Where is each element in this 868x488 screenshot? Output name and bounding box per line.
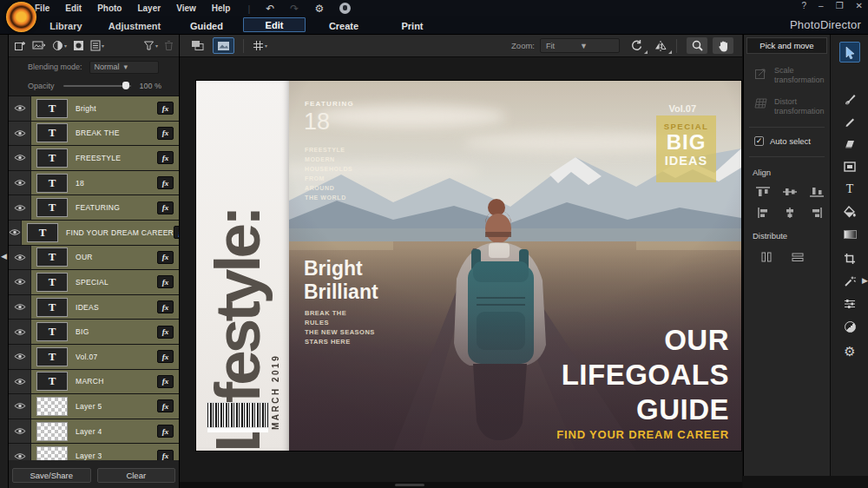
browser-view-icon[interactable]	[187, 37, 208, 54]
crop-tool[interactable]	[831, 248, 868, 269]
tab-guided[interactable]: Guided	[184, 16, 229, 35]
scrollbar-thumb[interactable]	[395, 484, 424, 486]
menu-file[interactable]: File	[35, 3, 49, 13]
layer-visibility-toggle[interactable]	[9, 419, 31, 444]
layer-row[interactable]: T FEATURING fx	[9, 195, 179, 221]
magazine-cover[interactable]: Lifestyle: MARCH 2019	[196, 81, 741, 451]
gradient-tool[interactable]	[831, 224, 868, 245]
layer-visibility-toggle[interactable]	[9, 320, 31, 344]
layer-row[interactable]: T FIND YOUR DREAM CAREER fx	[9, 221, 179, 246]
zoom-tool-icon[interactable]	[687, 37, 707, 54]
layer-list-icon[interactable]: ▾	[90, 40, 104, 51]
add-layer-icon[interactable]	[14, 40, 26, 52]
layer-visibility-toggle[interactable]	[9, 195, 31, 220]
help-button[interactable]: ?	[802, 2, 807, 10]
auto-select-checkbox[interactable]: ✓	[754, 136, 764, 146]
layer-fx-button[interactable]: fx	[174, 226, 179, 239]
menu-photo[interactable]: Photo	[97, 3, 122, 13]
layer-visibility-toggle[interactable]	[9, 394, 31, 419]
horizontal-scrollbar[interactable]	[180, 482, 742, 488]
layer-visibility-toggle[interactable]	[9, 171, 31, 195]
layer-fx-button[interactable]: fx	[157, 102, 174, 115]
menu-edit[interactable]: Edit	[65, 3, 82, 13]
layer-row[interactable]: T BIG fx	[9, 320, 179, 345]
tab-create[interactable]: Create	[323, 16, 365, 35]
pen-tool[interactable]	[831, 111, 868, 132]
layer-visibility-toggle[interactable]	[9, 270, 31, 294]
tab-adjustment[interactable]: Adjustment	[97, 16, 172, 35]
filter-layers-icon[interactable]: ▾	[143, 40, 158, 51]
clear-button[interactable]: Clear	[97, 468, 176, 483]
layer-row[interactable]: T Vol.07 fx	[9, 345, 179, 370]
layer-fx-button[interactable]: fx	[157, 326, 174, 339]
restore-button[interactable]: ❐	[836, 2, 844, 10]
notification-icon[interactable]	[339, 3, 351, 14]
zoom-dropdown[interactable]: Fit ▼	[540, 38, 620, 53]
tab-edit[interactable]: Edit	[243, 17, 306, 32]
align-bottom-icon[interactable]	[806, 184, 827, 200]
import-image-icon[interactable]	[32, 40, 46, 51]
collapse-right-panel-icon[interactable]: ▶	[862, 276, 868, 285]
layer-row[interactable]: Layer 5 fx	[9, 394, 179, 419]
layer-visibility-toggle[interactable]	[9, 122, 31, 146]
layer-visibility-toggle[interactable]	[9, 96, 31, 121]
layer-fx-button[interactable]: fx	[157, 399, 174, 412]
tab-print[interactable]: Print	[392, 16, 432, 35]
layer-row[interactable]: T BREAK THE fx	[9, 122, 179, 147]
eraser-tool[interactable]	[831, 134, 868, 155]
layer-visibility-toggle[interactable]	[9, 146, 31, 170]
layer-row[interactable]: T FREESTYLE fx	[9, 146, 179, 171]
layer-fx-button[interactable]: fx	[157, 350, 174, 363]
distribute-vertical-icon[interactable]	[787, 249, 808, 265]
menu-layer[interactable]: Layer	[137, 3, 161, 13]
layer-fx-button[interactable]: fx	[157, 300, 174, 313]
collapse-left-panel-icon[interactable]: ◀	[1, 252, 7, 260]
layer-visibility-toggle[interactable]	[9, 246, 31, 270]
layer-visibility-toggle[interactable]	[9, 295, 31, 320]
tone-tool[interactable]	[831, 316, 868, 337]
adjustment-layer-icon[interactable]: ▾	[52, 40, 67, 51]
mask-icon[interactable]	[73, 40, 84, 51]
layer-fx-button[interactable]: fx	[157, 275, 174, 288]
opacity-slider[interactable]	[63, 85, 131, 87]
layer-row[interactable]: T 18 fx	[9, 171, 179, 196]
layer-row[interactable]: T Bright fx	[9, 96, 179, 122]
tab-library[interactable]: Library	[40, 16, 92, 35]
align-middle-icon[interactable]	[779, 184, 800, 200]
layer-visibility-toggle[interactable]	[9, 370, 31, 394]
layer-fx-button[interactable]: fx	[157, 127, 174, 140]
pick-move-tool[interactable]	[839, 42, 860, 63]
layer-row[interactable]: Layer 4 fx	[9, 419, 179, 445]
pan-hand-icon[interactable]	[713, 37, 733, 54]
layer-fx-button[interactable]: fx	[157, 425, 174, 438]
canvas-area[interactable]: Lifestyle: MARCH 2019	[180, 57, 742, 482]
auto-select-option[interactable]: ✓ Auto select	[744, 128, 830, 146]
layer-fx-button[interactable]: fx	[157, 251, 174, 264]
align-left-icon[interactable]	[753, 205, 773, 221]
undo-icon[interactable]: ↶	[266, 3, 274, 14]
settings-gear-icon[interactable]: ⚙	[314, 3, 324, 14]
text-tool[interactable]: T	[831, 179, 868, 200]
adjustment-sliders-tool[interactable]	[831, 293, 868, 314]
rotate-icon[interactable]	[630, 39, 643, 52]
layer-row[interactable]: T SPECIAL fx	[9, 270, 179, 295]
close-button[interactable]: ✕	[856, 2, 863, 10]
layer-row[interactable]: T OUR fx	[9, 246, 179, 271]
layer-row[interactable]: Layer 3 fx	[9, 444, 179, 460]
align-top-icon[interactable]	[753, 184, 773, 200]
layer-fx-button[interactable]: fx	[157, 375, 174, 388]
layer-fx-button[interactable]: fx	[157, 201, 174, 214]
fill-bucket-tool[interactable]	[831, 201, 868, 222]
save-share-button[interactable]: Save/Share	[12, 468, 91, 483]
menu-help[interactable]: Help	[212, 3, 231, 13]
layer-fx-button[interactable]: fx	[157, 450, 174, 460]
opacity-slider-knob[interactable]	[122, 82, 129, 89]
selection-tool[interactable]	[831, 156, 868, 177]
adjust-brush-tool[interactable]	[831, 89, 868, 109]
layer-row[interactable]: T IDEAS fx	[9, 295, 179, 320]
minimize-button[interactable]: –	[819, 2, 824, 10]
align-center-icon[interactable]	[779, 205, 800, 221]
flip-icon[interactable]	[654, 40, 667, 52]
layer-fx-button[interactable]: fx	[157, 176, 174, 189]
layer-visibility-toggle[interactable]	[9, 221, 22, 245]
